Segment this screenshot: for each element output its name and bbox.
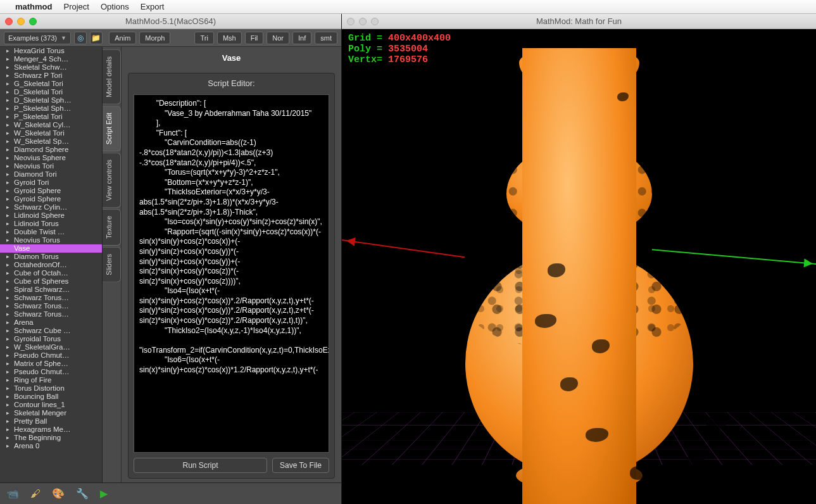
script-textarea[interactable]: "Description": [ "Vase_3 by Abderrahman … — [134, 94, 329, 453]
tree-item[interactable]: Diamon Torus — [0, 253, 102, 261]
model-title: Vase — [128, 53, 335, 63]
right-window-titlebar[interactable]: MathMod: Math for Fun — [342, 14, 816, 29]
tree-item[interactable]: Pretty Ball — [0, 417, 102, 425]
camera-icon[interactable]: 📹 — [6, 488, 19, 500]
brush-icon[interactable]: 🖌 — [30, 488, 41, 500]
tree-item[interactable]: D_Skeletal Tori — [0, 88, 102, 96]
vtab-sliders[interactable]: Sliders — [103, 247, 121, 282]
menu-export[interactable]: Export — [141, 2, 165, 11]
anim-button[interactable]: Anim — [109, 32, 136, 44]
chevron-down-icon: ▼ — [61, 35, 66, 41]
3d-viewport[interactable]: Grid = 400x400x400 Poly = 3535004 Vertx=… — [342, 29, 816, 504]
close-icon[interactable] — [5, 18, 13, 25]
tree-item[interactable]: Double Twist … — [0, 228, 102, 236]
tree-item[interactable]: P_Skeletal Tori — [0, 113, 102, 121]
nor-button[interactable]: Nor — [267, 32, 289, 44]
tree-item[interactable]: Schwarz Torus… — [0, 310, 102, 318]
save-to-file-button[interactable]: Save To File — [272, 458, 329, 473]
tree-item[interactable]: Matrix of Sphe… — [0, 360, 102, 368]
model-tree[interactable]: HexaGrid TorusMenger_4 Sch…Skeletal Schw… — [0, 47, 103, 482]
tree-item[interactable]: Cube of Octah… — [0, 269, 102, 277]
tree-item[interactable]: Skeletal Schw… — [0, 63, 102, 72]
tree-item[interactable]: G_Skeletal Tori — [0, 80, 102, 88]
zoom-icon[interactable] — [29, 18, 37, 25]
left-window-titlebar[interactable]: MathMod-5.1(MacOS64) — [0, 14, 341, 29]
tree-item[interactable]: W_SkeletalGra… — [0, 343, 102, 351]
tri-button[interactable]: Tri — [194, 32, 213, 44]
tree-item[interactable]: Bouncing Ball — [0, 393, 102, 401]
tree-item[interactable]: The Beginning — [0, 434, 102, 442]
vtab-script-edit[interactable]: Script Edit — [103, 106, 121, 151]
tree-item[interactable]: Diamond Tori — [0, 170, 102, 179]
color-icon[interactable]: 🎨 — [52, 488, 65, 500]
tree-item[interactable]: Lidinoid Sphere — [0, 211, 102, 220]
zoom-icon[interactable] — [371, 18, 379, 25]
minimize-icon[interactable] — [359, 18, 367, 25]
tree-item[interactable]: Skeletal Menger — [0, 409, 102, 417]
tree-item[interactable]: W_Skeletal Sp… — [0, 137, 102, 146]
bottom-toolbar: 📹 🖌 🎨 🔧 ▶ — [0, 482, 341, 504]
tree-item[interactable]: Hexagrams Me… — [0, 425, 102, 434]
vtab-model-details[interactable]: Model details — [103, 49, 121, 104]
smt-button[interactable]: smt — [315, 32, 337, 44]
menu-project[interactable]: Project — [64, 2, 89, 11]
tree-item[interactable]: Vase — [0, 244, 102, 253]
tree-item[interactable]: Cube of Spheres — [0, 277, 102, 286]
mathmod-viewer-window: MathMod: Math for Fun Grid = 400x400x400… — [342, 14, 816, 504]
tree-item[interactable]: Menger_4 Sch… — [0, 55, 102, 63]
tree-item[interactable]: Schwarz Cube … — [0, 327, 102, 335]
target-button[interactable]: ◎ — [74, 32, 87, 44]
wrench-icon[interactable]: 🔧 — [76, 488, 89, 500]
inf-button[interactable]: Inf — [292, 32, 311, 44]
close-icon[interactable] — [347, 18, 355, 25]
tree-item[interactable]: Neovius Tori — [0, 162, 102, 170]
tree-item[interactable]: Gyroidal Torus — [0, 335, 102, 343]
mac-menubar: mathmod Project Options Export — [0, 0, 816, 14]
run-script-button[interactable]: Run Script — [134, 458, 267, 473]
tree-item[interactable]: Schwarz Torus… — [0, 302, 102, 310]
tree-item[interactable]: P_Skeletal Sph… — [0, 104, 102, 113]
tree-item[interactable]: Schwarz P Tori — [0, 72, 102, 80]
tree-item[interactable]: Arena — [0, 318, 102, 327]
tree-item[interactable]: Lidinoid Torus — [0, 220, 102, 228]
play-icon[interactable]: ▶ — [100, 488, 108, 500]
tree-item[interactable]: Diamond Sphere — [0, 146, 102, 154]
examples-combo-label: Examples (373) — [8, 34, 57, 42]
tree-item[interactable]: Arena 0 — [0, 442, 102, 450]
tree-item[interactable]: Pseudo Chmut… — [0, 351, 102, 360]
minimize-icon[interactable] — [17, 18, 25, 25]
folder-button[interactable]: 📁 — [90, 32, 103, 44]
tree-item[interactable]: Schwarz Cylin… — [0, 203, 102, 211]
tree-item[interactable]: Torus Distortion — [0, 384, 102, 393]
vertical-tabs: Model details Script Edit View controls … — [103, 47, 122, 482]
app-name[interactable]: mathmod — [15, 2, 53, 11]
vtab-texture[interactable]: Texture — [103, 209, 121, 246]
menu-options[interactable]: Options — [101, 2, 129, 11]
top-toolbar: Examples (373) ▼ ◎ 📁 Anim Morph Tri Msh … — [0, 29, 341, 47]
tree-item[interactable]: W_Skeletal Cyl… — [0, 121, 102, 129]
tree-item[interactable]: Gyroid Sphere — [0, 195, 102, 203]
tree-item[interactable]: Schwarz Torus… — [0, 294, 102, 302]
tree-item[interactable]: W_Skeletal Tori — [0, 129, 102, 137]
tree-item[interactable]: Neovius Torus — [0, 236, 102, 244]
tree-item[interactable]: Ring of Fire — [0, 376, 102, 384]
morph-button[interactable]: Morph — [139, 32, 170, 44]
tree-item[interactable]: Neovius Sphere — [0, 154, 102, 162]
fil-button[interactable]: Fil — [245, 32, 264, 44]
tree-item[interactable]: Spiral Schwarz… — [0, 286, 102, 294]
vtab-view-controls[interactable]: View controls — [103, 153, 121, 208]
tree-item[interactable]: D_Skeletal Sph… — [0, 96, 102, 104]
msh-button[interactable]: Msh — [217, 32, 242, 44]
tree-item[interactable]: OctahedronOf… — [0, 261, 102, 269]
3d-scene — [342, 29, 816, 504]
tree-item[interactable]: HexaGrid Torus — [0, 47, 102, 55]
tree-item[interactable]: Pseudo Chmut… — [0, 368, 102, 376]
script-editor-label: Script Editor: — [134, 79, 329, 88]
x-axis — [342, 239, 465, 258]
vase-model — [465, 48, 693, 504]
tree-item[interactable]: Gyroid Tori — [0, 179, 102, 187]
examples-combo[interactable]: Examples (373) ▼ — [4, 32, 71, 44]
tree-item[interactable]: Contour lines_1 — [0, 401, 102, 409]
left-window-title: MathMod-5.1(MacOS64) — [0, 16, 341, 26]
tree-item[interactable]: Gyroid Sphere — [0, 187, 102, 195]
